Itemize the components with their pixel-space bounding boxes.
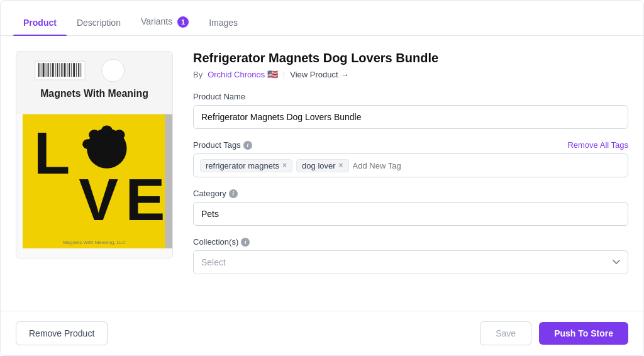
tab-variants[interactable]: Variants 1 xyxy=(131,16,199,35)
tag-remove-1[interactable]: × xyxy=(282,162,287,169)
tab-product[interactable]: Product xyxy=(13,18,67,35)
svg-text:V: V xyxy=(79,167,118,233)
svg-rect-15 xyxy=(69,63,70,77)
product-name-input[interactable] xyxy=(193,105,628,129)
add-tag-input[interactable] xyxy=(353,161,458,170)
product-form: Refrigerator Magnets Dog Lovers Bundle B… xyxy=(193,51,628,296)
svg-rect-17 xyxy=(73,63,75,77)
save-button[interactable]: Save xyxy=(480,321,531,345)
svg-rect-19 xyxy=(78,63,79,77)
svg-rect-10 xyxy=(57,63,58,77)
footer-right: Save Push To Store xyxy=(480,321,628,345)
svg-text:Magnets With Meaning: Magnets With Meaning xyxy=(40,88,148,99)
view-product-link[interactable]: View Product → xyxy=(290,70,348,79)
svg-rect-6 xyxy=(48,63,49,77)
svg-rect-7 xyxy=(50,63,51,77)
product-name-label: Product Name xyxy=(193,92,628,101)
svg-rect-11 xyxy=(59,63,60,77)
svg-rect-18 xyxy=(76,63,77,77)
category-group: Category i xyxy=(193,189,628,226)
tab-images[interactable]: Images xyxy=(199,18,248,35)
category-label: Category i xyxy=(193,189,628,198)
svg-point-27 xyxy=(101,125,113,135)
svg-point-29 xyxy=(82,139,94,149)
svg-rect-9 xyxy=(55,63,56,77)
seller-link[interactable]: Orchid Chronos 🇺🇸 xyxy=(208,69,278,79)
svg-rect-16 xyxy=(71,63,72,77)
variants-badge: 1 xyxy=(177,16,189,28)
tags-header: Product Tags i Remove All Tags xyxy=(193,140,628,150)
svg-rect-14 xyxy=(67,63,67,77)
by-label: By xyxy=(193,70,203,79)
tag-chip-1: refrigerator magnets × xyxy=(200,159,292,172)
svg-rect-5 xyxy=(46,63,47,77)
svg-rect-13 xyxy=(64,63,65,77)
product-meta: By Orchid Chronos 🇺🇸 | View Product → xyxy=(193,69,628,79)
svg-rect-33 xyxy=(165,114,172,248)
product-tags-group: Product Tags i Remove All Tags refrigera… xyxy=(193,140,628,177)
svg-rect-2 xyxy=(38,63,40,77)
svg-rect-12 xyxy=(61,63,62,77)
svg-rect-3 xyxy=(41,63,42,77)
remove-all-tags-button[interactable]: Remove All Tags xyxy=(567,140,628,150)
product-name-group: Product Name xyxy=(193,92,628,129)
collections-label: Collection(s) i xyxy=(193,237,628,247)
remove-product-button[interactable]: Remove Product xyxy=(16,321,108,345)
main-content: Magnets With Meaning L V E Magnets With … xyxy=(1,36,643,311)
product-image: Magnets With Meaning L V E Magnets With … xyxy=(16,51,173,259)
meta-divider: | xyxy=(283,70,285,79)
footer: Remove Product Save Push To Store xyxy=(1,311,643,355)
svg-point-26 xyxy=(89,130,100,140)
tags-info-icon[interactable]: i xyxy=(243,141,252,150)
svg-point-28 xyxy=(114,130,125,140)
collections-info-icon[interactable]: i xyxy=(241,238,250,247)
tab-bar: Product Description Variants 1 Images xyxy=(1,1,643,36)
seller-flag: 🇺🇸 xyxy=(267,69,278,79)
tags-label: Product Tags i xyxy=(193,140,252,150)
svg-text:Magnets With Meaning, LLC: Magnets With Meaning, LLC xyxy=(63,240,126,245)
push-to-store-button[interactable]: Push To Store xyxy=(539,322,628,345)
category-input[interactable] xyxy=(193,202,628,226)
product-title: Refrigerator Magnets Dog Lovers Bundle xyxy=(193,51,628,65)
app-container: Product Description Variants 1 Images xyxy=(0,0,644,356)
svg-text:L: L xyxy=(34,120,70,186)
category-info-icon[interactable]: i xyxy=(229,189,238,198)
svg-rect-20 xyxy=(80,63,81,77)
tag-remove-2[interactable]: × xyxy=(339,162,343,169)
svg-rect-4 xyxy=(43,63,45,77)
svg-text:E: E xyxy=(126,167,165,233)
tab-description[interactable]: Description xyxy=(67,18,131,35)
svg-rect-8 xyxy=(52,63,54,77)
collections-group: Collection(s) i Select xyxy=(193,237,628,274)
tag-chip-2: dog lover × xyxy=(296,159,349,172)
svg-point-21 xyxy=(102,59,125,82)
collections-select[interactable]: Select xyxy=(193,250,628,274)
tags-input-area[interactable]: refrigerator magnets × dog lover × xyxy=(193,153,628,177)
